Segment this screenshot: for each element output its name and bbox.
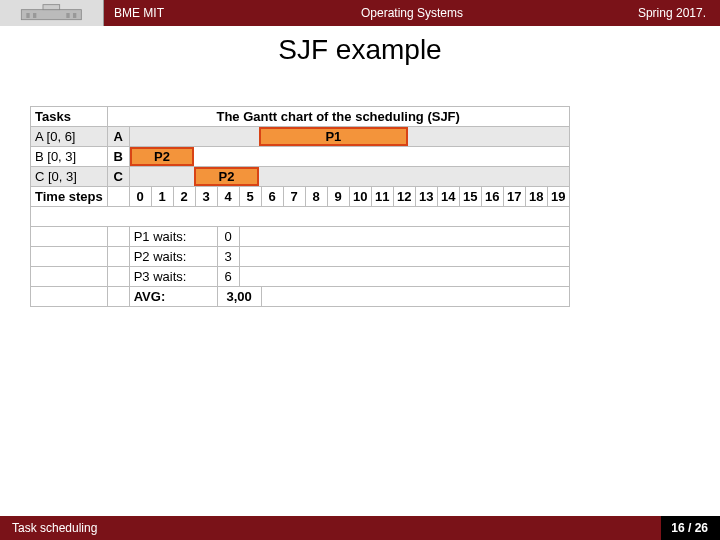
table-row: B [0, 3] B P2 <box>31 147 570 167</box>
avg-value: 3,00 <box>217 287 261 307</box>
p2-bar-c: P2 <box>194 167 259 186</box>
task-c-short: C <box>107 167 129 187</box>
wait-row: P1 waits: 0 <box>31 227 570 247</box>
slide-title: SJF example <box>0 34 720 66</box>
task-b-label: B [0, 3] <box>31 147 108 167</box>
task-c-label: C [0, 3] <box>31 167 108 187</box>
table-row: A [0, 6] A P1 <box>31 127 570 147</box>
p2-waits-label: P2 waits: <box>129 247 217 267</box>
time-steps-label: Time steps <box>31 187 108 207</box>
p1-bar: P1 <box>259 127 408 146</box>
p1-waits-label: P1 waits: <box>129 227 217 247</box>
semester-label: Spring 2017. <box>590 6 720 20</box>
task-a-track: P1 <box>129 127 569 147</box>
svg-rect-0 <box>22 10 82 20</box>
building-icon <box>18 3 85 23</box>
table-row: C [0, 3] C P2 <box>31 167 570 187</box>
wait-row: P2 waits: 3 <box>31 247 570 267</box>
avg-row: AVG: 3,00 <box>31 287 570 307</box>
tasks-header: Tasks <box>31 107 108 127</box>
p2-bar-b: P2 <box>130 147 195 166</box>
wait-row: P3 waits: 6 <box>31 267 570 287</box>
top-header: BME MIT Operating Systems Spring 2017. <box>0 0 720 26</box>
org-label: BME MIT <box>104 6 234 20</box>
svg-rect-3 <box>33 13 36 18</box>
p3-waits-label: P3 waits: <box>129 267 217 287</box>
svg-rect-5 <box>73 13 76 18</box>
gantt-table: Tasks The Gantt chart of the scheduling … <box>30 106 720 307</box>
svg-rect-2 <box>27 13 30 18</box>
footer-topic: Task scheduling <box>0 521 661 535</box>
task-b-short: B <box>107 147 129 167</box>
page-number: 16 / 26 <box>661 516 720 540</box>
task-a-label: A [0, 6] <box>31 127 108 147</box>
course-title: Operating Systems <box>234 6 590 20</box>
svg-rect-1 <box>43 5 60 10</box>
university-logo <box>0 0 104 26</box>
p3-waits-value: 6 <box>217 267 239 287</box>
task-a-short: A <box>107 127 129 147</box>
avg-label: AVG: <box>129 287 217 307</box>
slide-footer: Task scheduling 16 / 26 <box>0 516 720 540</box>
p2-waits-value: 3 <box>217 247 239 267</box>
task-c-track: P2 <box>129 167 569 187</box>
gantt-header: The Gantt chart of the scheduling (SJF) <box>107 107 569 127</box>
time-row: Time steps 0 1 2 3 4 5 6 7 8 9 10 11 12 … <box>31 187 570 207</box>
p1-waits-value: 0 <box>217 227 239 247</box>
svg-rect-4 <box>66 13 69 18</box>
task-b-track: P2 <box>129 147 569 167</box>
